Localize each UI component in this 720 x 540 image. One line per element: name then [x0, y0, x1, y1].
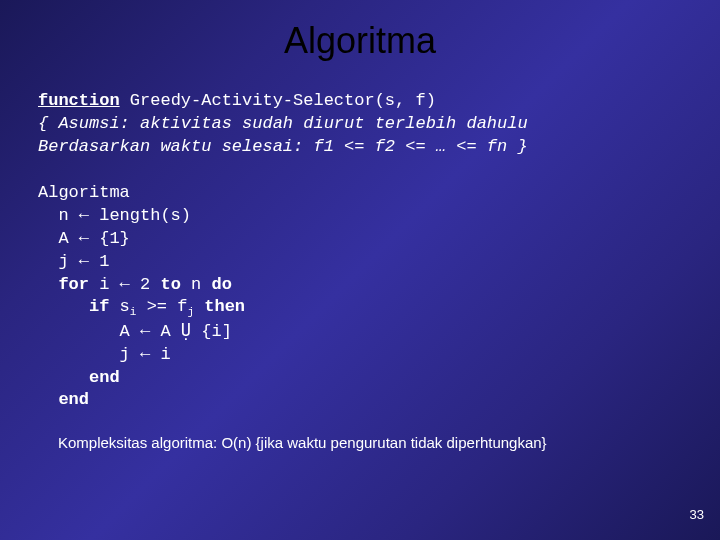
code-l9d: >= f [136, 297, 187, 316]
code-l8e: n [181, 275, 212, 294]
code-l8a [38, 275, 58, 294]
kw-then: then [204, 297, 245, 316]
code-l12a [38, 368, 89, 387]
kw-function: function [38, 91, 120, 110]
slide-title: Algoritma [30, 20, 690, 62]
code-l9a [38, 297, 89, 316]
kw-end1: end [89, 368, 120, 387]
code-l7: j ← 1 [38, 252, 109, 271]
code-l13a [38, 390, 58, 409]
kw-end2: end [58, 390, 89, 409]
code-l10: A ← A Ụ {i] [38, 322, 232, 341]
kw-if: if [89, 297, 109, 316]
slide: Algoritma function Greedy-Activity-Selec… [0, 0, 720, 540]
code-l9e [194, 297, 204, 316]
code-l3: Berdasarkan waktu selesai: f1 <= f2 <= …… [38, 137, 528, 156]
kw-do: do [211, 275, 231, 294]
page-number: 33 [690, 507, 704, 522]
complexity-note: Kompleksitas algoritma: O(n) {jika waktu… [58, 434, 690, 451]
code-l2: { Asumsi: aktivitas sudah diurut terlebi… [38, 114, 528, 133]
code-l5: n ← length(s) [38, 206, 191, 225]
kw-for: for [58, 275, 89, 294]
code-l9c: s [109, 297, 129, 316]
code-l4: Algoritma [38, 183, 130, 202]
code-l6: A ← {1} [38, 229, 130, 248]
code-l8c: i ← 2 [89, 275, 160, 294]
code-l1b: Greedy-Activity-Selector(s, f) [120, 91, 436, 110]
kw-to: to [160, 275, 180, 294]
code-l11: j ← i [38, 345, 171, 364]
code-block: function Greedy-Activity-Selector(s, f) … [38, 90, 690, 412]
